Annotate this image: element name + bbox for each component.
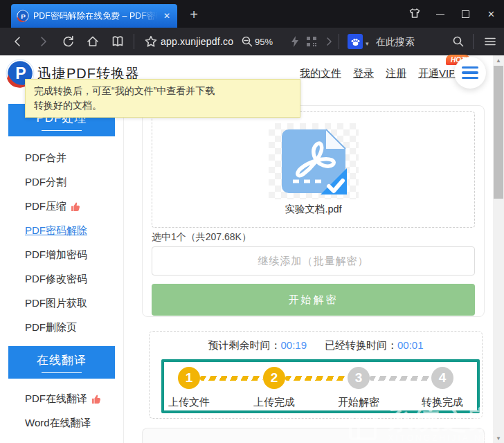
scrollbar[interactable]: ▲ ▼	[493, 55, 504, 443]
nav-toolbar: app.xunjiepdf.co 95% ▾ 在此搜索	[0, 28, 504, 55]
toolbar-divider	[339, 34, 339, 49]
sidebar-item-pdf-delete-pages[interactable]: PDF删除页	[0, 316, 123, 340]
theme-shirt-icon[interactable]	[402, 0, 427, 28]
thumbs-up-icon	[71, 201, 81, 212]
sidebar: PDF处理 PDF合并 PDF分割 PDF压缩 PDF密码解除 PDF增加密码 …	[0, 104, 124, 443]
back-icon[interactable]	[11, 35, 25, 48]
site-menu-button[interactable]	[454, 57, 486, 89]
home-icon[interactable]	[86, 35, 100, 48]
site-nav: 我的文件 登录 注册 开通VIP	[300, 67, 456, 80]
add-more-button[interactable]: 继续添加（批量解密）	[152, 246, 475, 275]
progress-panel: 预计剩余时间：00:19已经转换时间：00:01 1 上传文件 2 上传完成 3…	[149, 331, 483, 419]
remaining-time-label: 预计剩余时间：	[208, 339, 280, 351]
qr-code-icon[interactable]	[305, 35, 318, 48]
scroll-up-icon[interactable]: ▲	[493, 55, 504, 65]
toolbar-divider	[473, 34, 474, 49]
remaining-time-value: 00:19	[280, 339, 307, 351]
close-button[interactable]: ✕	[478, 0, 504, 28]
file-panel: 实验文档.pdf 选中1个（共207.68K） 继续添加（批量解密） 开始解密	[142, 105, 485, 317]
step-indicator: 1 上传文件 2 上传完成 3 开始解密 4 转换完成	[161, 359, 480, 413]
maximize-button[interactable]	[453, 0, 478, 28]
reading-list-icon[interactable]	[111, 35, 125, 48]
step-decrypt: 3 开始解密	[324, 367, 393, 409]
step-complete: 4 转换完成	[408, 367, 477, 409]
forward-icon[interactable]	[36, 35, 50, 48]
thumbs-up-icon	[91, 394, 102, 404]
next-section-card	[142, 428, 485, 443]
chevron-right-icon[interactable]	[323, 35, 336, 48]
tab-title: PDF密码解除在线免费 – PDF密码移除	[33, 10, 158, 22]
minimize-button[interactable]	[427, 0, 453, 28]
menu-hamburger-icon[interactable]	[483, 35, 497, 48]
file-drop-area: 实验文档.pdf	[152, 111, 475, 228]
tooltip: 完成转换后，可至“我的文件”中查看并下载 转换好的文档。	[25, 79, 300, 118]
step-upload: 1 上传文件	[154, 367, 224, 409]
title-bar: P PDF密码解除在线免费 – PDF密码移除 ✕ + ✕	[0, 0, 504, 28]
sidebar-item-pdf-extract-images[interactable]: PDF图片获取	[0, 291, 123, 316]
zoom-out-icon[interactable]	[240, 35, 254, 48]
nav-register[interactable]: 注册	[386, 67, 406, 80]
elapsed-time-label: 已经转换时间：	[325, 339, 397, 351]
toolbar-divider	[134, 34, 134, 49]
search-engine-caret-icon[interactable]: ▾	[366, 40, 369, 47]
search-engine-paw-icon[interactable]	[348, 34, 363, 49]
zoom-level[interactable]: 95%	[255, 37, 273, 47]
svg-text:P: P	[21, 12, 26, 20]
address-url[interactable]: app.xunjiepdf.co	[161, 36, 233, 47]
web-page: P 迅捷PDF转换器 我的文件 登录 注册 开通VIP HOT 完成转换后，可至…	[0, 55, 504, 443]
reload-icon[interactable]	[61, 35, 75, 48]
start-decrypt-button[interactable]: 开始解密	[152, 284, 475, 316]
selection-summary: 选中1个（共207.68K）	[152, 231, 475, 244]
new-tab-button[interactable]: +	[183, 6, 205, 24]
nav-login[interactable]: 登录	[353, 67, 374, 80]
sidebar-item-pdf-compress[interactable]: PDF压缩	[0, 195, 123, 219]
sidebar-item-pdf-translate[interactable]: PDF在线翻译	[0, 387, 123, 411]
sidebar-item-pdf-change-password[interactable]: PDF修改密码	[0, 267, 123, 291]
browser-tab[interactable]: P PDF密码解除在线免费 – PDF密码移除 ✕	[11, 4, 177, 28]
search-icon[interactable]	[451, 35, 465, 48]
sidebar-item-pdf-split[interactable]: PDF分割	[0, 170, 123, 195]
sidebar-section-translate: 在线翻译	[8, 346, 115, 379]
nav-my-files[interactable]: 我的文件	[300, 67, 341, 80]
sidebar-item-pdf-password-remove[interactable]: PDF密码解除	[0, 219, 123, 243]
pdf-file-icon	[280, 128, 347, 195]
lightning-icon[interactable]	[288, 35, 302, 48]
sidebar-item-word-translate[interactable]: Word在线翻译	[0, 411, 123, 435]
site-favicon-icon: P	[17, 10, 29, 22]
window-controls: ✕	[402, 0, 504, 28]
file-name: 实验文档.pdf	[285, 203, 341, 216]
timer-row: 预计剩余时间：00:19已经转换时间：00:01	[150, 339, 482, 352]
tab-close-icon[interactable]: ✕	[162, 11, 172, 21]
search-input[interactable]: 在此搜索	[376, 36, 415, 48]
pdf-file-thumbnail[interactable]	[269, 123, 359, 199]
bookmark-star-icon[interactable]	[144, 35, 158, 48]
elapsed-time-value: 00:01	[397, 339, 424, 351]
sidebar-item-pdf-add-password[interactable]: PDF增加密码	[0, 243, 123, 267]
sidebar-item-pdf-merge[interactable]: PDF合并	[0, 146, 123, 170]
nav-vip[interactable]: 开通VIP	[418, 67, 456, 80]
scroll-down-icon[interactable]: ▼	[493, 433, 504, 443]
step-upload-complete: 2 上传完成	[240, 367, 309, 409]
scrollbar-thumb[interactable]	[494, 66, 503, 199]
browser-window: P PDF密码解除在线免费 – PDF密码移除 ✕ + ✕ app.xunjie…	[0, 0, 504, 443]
